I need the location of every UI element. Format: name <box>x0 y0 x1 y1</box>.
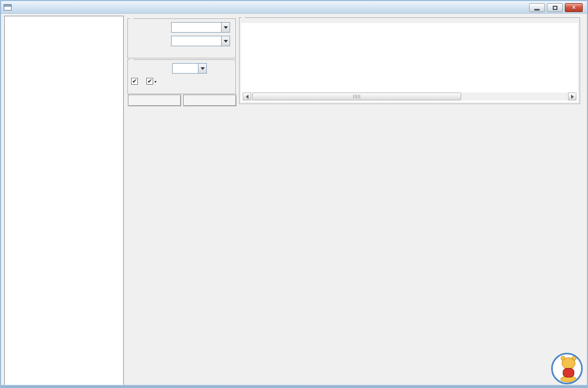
period-combo[interactable] <box>172 63 207 74</box>
history-curve-window: ✕ ✔ <box>0 0 588 388</box>
end-date-combo[interactable] <box>171 36 230 46</box>
curve-properties-group <box>239 17 580 104</box>
mouse-capture-checkbox[interactable]: ✔ <box>131 78 138 85</box>
chevron-down-icon[interactable] <box>221 36 230 46</box>
curve-time-group <box>127 18 236 58</box>
chevron-down-icon[interactable] <box>221 23 230 32</box>
chevron-down-icon[interactable] <box>198 64 206 73</box>
close-window-button[interactable]: ✕ <box>565 3 583 12</box>
app-icon <box>4 4 12 11</box>
scrollbar-track[interactable] <box>251 93 568 100</box>
minimize-icon <box>534 9 540 11</box>
curve-properties-table-area <box>241 23 578 102</box>
history-curve-chart[interactable] <box>127 132 588 388</box>
scrollbar-grip-icon <box>353 95 361 98</box>
title-bar[interactable]: ✕ <box>1 1 587 14</box>
watermark-logo-icon <box>551 353 583 384</box>
watermark <box>551 353 586 384</box>
telemetry-curve-tree <box>4 16 124 385</box>
caption-buttons: ✕ <box>529 3 583 12</box>
query-button[interactable] <box>128 95 181 106</box>
show-extremes-checkbox[interactable]: ✔ <box>146 78 153 85</box>
scroll-left-icon[interactable] <box>243 93 251 100</box>
scrollbar-thumb[interactable] <box>252 93 461 100</box>
close-button[interactable] <box>183 95 236 106</box>
start-date-combo[interactable] <box>171 22 230 33</box>
table-horizontal-scrollbar[interactable] <box>243 93 576 100</box>
action-buttons <box>128 95 236 106</box>
display-mode-group: ✔ ✔ <box>127 59 236 94</box>
restore-icon <box>553 6 557 10</box>
scroll-right-icon[interactable] <box>568 93 576 100</box>
restore-button[interactable] <box>547 3 563 12</box>
close-icon: ✕ <box>571 4 576 11</box>
minimize-button[interactable] <box>529 3 545 12</box>
window-bottom-border <box>1 385 587 387</box>
